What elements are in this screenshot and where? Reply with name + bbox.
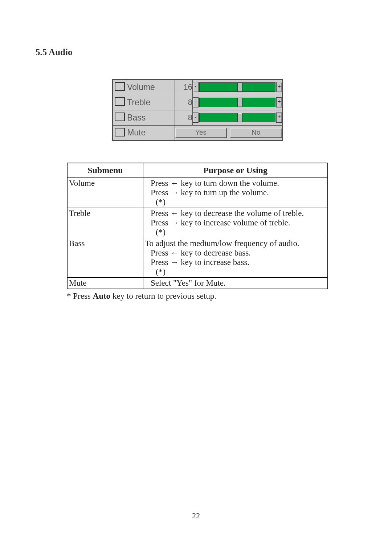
slider-minus-button[interactable]: - — [193, 97, 199, 107]
volume-icon — [113, 79, 127, 95]
table-cell-purpose: Select "Yes" for Mute. — [143, 278, 328, 289]
osd-value: 8 — [175, 110, 192, 125]
slider-minus-button[interactable]: - — [193, 82, 199, 92]
table-row: Treble Press ← key to decrease the volum… — [67, 208, 328, 238]
slider-thumb[interactable] — [237, 98, 242, 107]
slider-track[interactable] — [199, 82, 275, 92]
slider-plus-button[interactable]: + — [276, 97, 282, 107]
osd-label: Treble — [127, 95, 175, 110]
table-cell-purpose: Press ← key to decrease the volume of tr… — [143, 208, 328, 238]
slider-plus-button[interactable]: + — [276, 82, 282, 92]
table-cell-purpose: Press ← key to turn down the volume. Pre… — [143, 178, 328, 208]
slider-track[interactable] — [199, 113, 275, 122]
table-row: Volume Press ← key to turn down the volu… — [67, 178, 328, 208]
osd-row-mute: Mute Yes No — [113, 125, 282, 140]
osd-value: 8 — [175, 95, 192, 110]
section-heading: 5.5 Audio — [36, 47, 359, 57]
table-row: Mute Select "Yes" for Mute. — [67, 278, 328, 289]
osd-value: 16 — [175, 79, 192, 95]
slider-track[interactable] — [199, 98, 275, 107]
treble-icon — [113, 95, 127, 110]
table-cell-submenu: Mute — [67, 278, 143, 289]
osd-label: Volume — [127, 79, 175, 95]
mute-icon — [113, 125, 127, 140]
table-cell-submenu: Bass — [67, 238, 143, 278]
osd-label: Mute — [127, 125, 175, 140]
mute-yes-button[interactable]: Yes — [175, 128, 227, 138]
slider-minus-button[interactable]: - — [193, 113, 199, 123]
slider-thumb[interactable] — [237, 113, 242, 122]
treble-slider[interactable]: - + — [193, 97, 282, 107]
table-cell-submenu: Volume — [67, 178, 143, 208]
table-cell-purpose: To adjust the medium/low frequency of au… — [143, 238, 328, 278]
bass-slider[interactable]: - + — [193, 113, 282, 123]
table-header-purpose: Purpose or Using — [143, 163, 328, 178]
osd-row-treble: Treble 8 - + — [113, 95, 282, 110]
osd-label: Bass — [127, 110, 175, 125]
table-cell-submenu: Treble — [67, 208, 143, 238]
description-table: Submenu Purpose or Using Volume Press ← … — [67, 163, 328, 289]
osd-row-volume: Volume 16 - + — [113, 79, 282, 95]
mute-no-button[interactable]: No — [230, 128, 282, 138]
osd-row-bass: Bass 8 - + — [113, 110, 282, 125]
audio-osd-panel: Volume 16 - + Treble 8 - — [112, 79, 283, 141]
slider-thumb[interactable] — [237, 82, 242, 92]
footnote: * Press Auto key to return to previous s… — [67, 291, 328, 301]
slider-plus-button[interactable]: + — [276, 113, 282, 123]
table-row: Bass To adjust the medium/low frequency … — [67, 238, 328, 278]
page-number: 22 — [0, 511, 392, 521]
bass-icon — [113, 110, 127, 125]
table-header-submenu: Submenu — [67, 163, 143, 178]
volume-slider[interactable]: - + — [193, 82, 282, 92]
